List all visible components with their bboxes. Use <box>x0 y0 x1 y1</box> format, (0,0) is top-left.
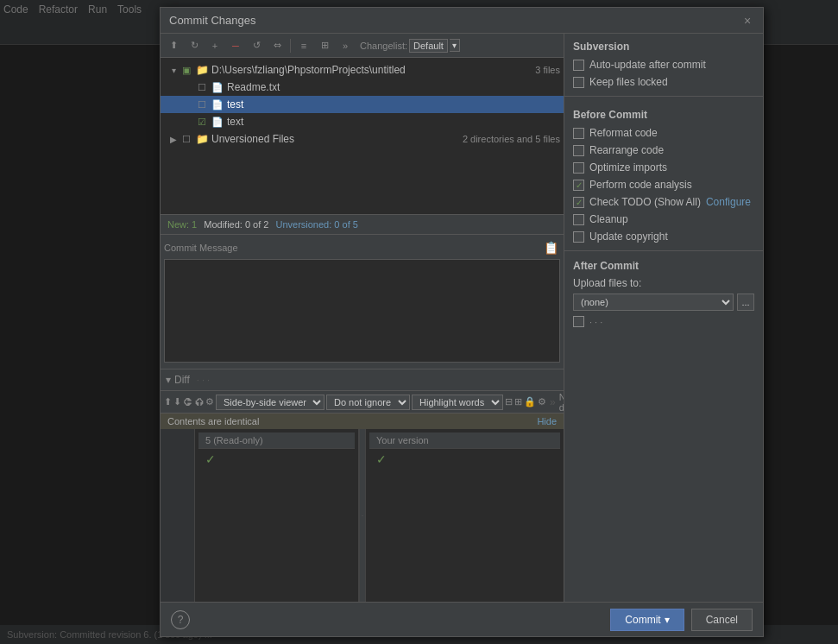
diff-lock-btn[interactable]: 🔒 <box>524 393 536 412</box>
diff-panes: 5 (Read-only) ✓ · <box>161 429 564 602</box>
checkbox-rearrange[interactable] <box>573 145 584 156</box>
option-keep-locked[interactable]: Keep files locked <box>564 73 763 91</box>
commit-dropdown-arrow[interactable]: ▾ <box>665 614 670 626</box>
tree-check-root[interactable]: ▣ <box>180 63 193 77</box>
checkbox-cleanup[interactable] <box>573 214 584 225</box>
toolbar-separator-1 <box>290 39 291 53</box>
checkbox-code-analysis[interactable] <box>573 180 584 191</box>
diff-settings-btn[interactable]: ⚙ <box>205 393 214 412</box>
toolbar-undo-btn[interactable]: ↺ <box>247 36 266 55</box>
tree-root-path: D:\Users\fzliang\PhpstormProjects\untitl… <box>211 64 532 76</box>
label-partial: · · · <box>589 317 602 327</box>
tree-label-readme: Readme.txt <box>227 81 560 93</box>
dialog-title: Commit Changes <box>169 14 255 27</box>
tree-check-readme[interactable]: ☐ <box>195 80 209 94</box>
cancel-button[interactable]: Cancel <box>691 609 753 631</box>
status-modified: Modified: 0 of 2 <box>204 219 268 230</box>
diff-left-pane: 5 (Read-only) ✓ <box>161 429 359 602</box>
diff-options-btn-1[interactable]: ⊟ <box>505 393 513 412</box>
diff-next-btn[interactable]: ⬇ <box>173 393 181 412</box>
toolbar-list-btn[interactable]: ≡ <box>294 36 313 55</box>
commit-button[interactable]: Commit ▾ <box>610 609 684 631</box>
diff-gutter: · <box>359 429 366 602</box>
changelist-dropdown[interactable]: Default <box>409 39 448 53</box>
diff-ignore-dropdown[interactable]: Do not ignore <box>326 395 410 410</box>
label-optimize-imports: Optimize imports <box>589 161 667 174</box>
option-code-analysis[interactable]: Perform code analysis <box>564 176 763 193</box>
option-auto-update[interactable]: Auto-update after commit <box>564 56 763 73</box>
tree-row-test[interactable]: ☐ 📄 test <box>161 96 564 113</box>
diff-left-checkmark: ✓ <box>198 449 355 470</box>
commit-msg-action-btn[interactable]: 📋 <box>541 238 560 257</box>
tree-check-test[interactable]: ☐ <box>195 98 209 111</box>
option-optimize-imports[interactable]: Optimize imports <box>564 159 763 176</box>
diff-viewer-dropdown[interactable]: Side-by-side viewer <box>216 395 324 410</box>
toolbar-more-btn[interactable]: » <box>336 36 355 55</box>
diff-identical-text: Contents are identical <box>167 416 259 426</box>
tree-row-text[interactable]: ☑ 📄 text <box>161 113 564 130</box>
toolbar-refresh-btn[interactable]: ↻ <box>185 36 204 55</box>
tree-row-root[interactable]: ▾ ▣ 📁 D:\Users\fzliang\PhpstormProjects\… <box>161 61 564 79</box>
diff-copy-left-btn[interactable]: ⮈ <box>183 393 192 412</box>
checkbox-check-todo[interactable] <box>573 197 584 208</box>
diff-info-bar: Contents are identical Hide <box>161 414 564 429</box>
diff-prev-btn[interactable]: ⬆ <box>164 393 172 412</box>
option-cleanup[interactable]: Cleanup <box>564 211 763 228</box>
checkbox-partial[interactable] <box>573 316 584 327</box>
tree-row-unversioned[interactable]: ▶ ☐ 📁 Unversioned Files 2 directories an… <box>161 130 564 148</box>
commit-message-input[interactable] <box>164 259 560 363</box>
label-keep-locked: Keep files locked <box>589 76 668 88</box>
close-button[interactable]: × <box>740 14 754 28</box>
toolbar-remove-btn[interactable]: ─ <box>226 36 245 55</box>
option-update-copyright[interactable]: Update copyright <box>564 228 763 245</box>
tree-arrow-unversioned[interactable]: ▶ <box>167 135 180 144</box>
diff-dots: · · · <box>197 375 210 385</box>
file-icon-text: 📄 <box>211 115 224 129</box>
dialog-footer: ? Commit ▾ Cancel <box>161 602 763 636</box>
divider-1 <box>564 96 763 97</box>
diff-collapse-arrow[interactable]: ▾ <box>166 374 171 386</box>
diff-left-line-numbers <box>161 429 195 602</box>
option-rearrange[interactable]: Rearrange code <box>564 142 763 159</box>
diff-hide-button[interactable]: Hide <box>537 416 557 426</box>
upload-more-button[interactable]: ... <box>737 294 754 311</box>
upload-select[interactable]: (none) <box>573 294 734 311</box>
tree-check-unversioned[interactable]: ☐ <box>180 132 193 146</box>
divider-2 <box>564 250 763 251</box>
subversion-title: Subversion <box>564 34 763 56</box>
toolbar-add-btn[interactable]: + <box>205 36 224 55</box>
toolbar-expand-btn[interactable]: ⊞ <box>315 36 334 55</box>
diff-label: Diff <box>174 374 190 386</box>
tree-arrow-root[interactable]: ▾ <box>167 66 180 75</box>
diff-toolbar: ⬆ ⬇ ⮈ ⮉ ⚙ Side-by-side viewer Do not ign… <box>161 391 564 414</box>
dialog-body: ⬆ ↻ + ─ ↺ ⇔ ≡ ⊞ » Changelist: Default ▾ … <box>161 34 763 602</box>
tree-check-text[interactable]: ☑ <box>195 115 209 129</box>
checkbox-auto-update[interactable] <box>573 60 584 71</box>
option-check-todo[interactable]: Check TODO (Show All) Configure <box>564 193 763 211</box>
help-button[interactable]: ? <box>171 610 190 629</box>
status-new: New: 1 <box>167 219 197 230</box>
changelist-dropdown-arrow[interactable]: ▾ <box>450 39 460 52</box>
diff-options-btn-2[interactable]: ⊞ <box>514 393 522 412</box>
toolbar-diff-btn[interactable]: ⇔ <box>268 36 287 55</box>
dialog-titlebar: Commit Changes × <box>161 8 763 34</box>
checkbox-keep-locked[interactable] <box>573 77 584 88</box>
diff-gear-btn[interactable]: ⚙ <box>538 393 546 412</box>
before-commit-title: Before Commit <box>564 102 763 124</box>
checkbox-reformat[interactable] <box>573 128 584 139</box>
tree-root-meta: 3 files <box>535 65 560 75</box>
tree-row-readme[interactable]: ☐ 📄 Readme.txt <box>161 79 564 96</box>
folder-icon: 📁 <box>195 63 209 77</box>
diff-highlight-dropdown[interactable]: Highlight words <box>412 395 503 410</box>
diff-content: Contents are identical Hide 5 (Read-only… <box>161 414 564 602</box>
configure-link[interactable]: Configure <box>706 196 751 208</box>
label-update-copyright: Update copyright <box>589 230 668 243</box>
checkbox-optimize-imports[interactable] <box>573 162 584 174</box>
checkbox-update-copyright[interactable] <box>573 231 584 243</box>
label-code-analysis: Perform code analysis <box>589 179 692 191</box>
toolbar-up-btn[interactable]: ⬆ <box>164 36 183 55</box>
commit-msg-label: Commit Message <box>164 243 238 253</box>
diff-left-content: 5 (Read-only) ✓ <box>195 429 358 602</box>
option-reformat[interactable]: Reformat code <box>564 124 763 142</box>
diff-copy-right-btn[interactable]: ⮉ <box>194 393 204 412</box>
